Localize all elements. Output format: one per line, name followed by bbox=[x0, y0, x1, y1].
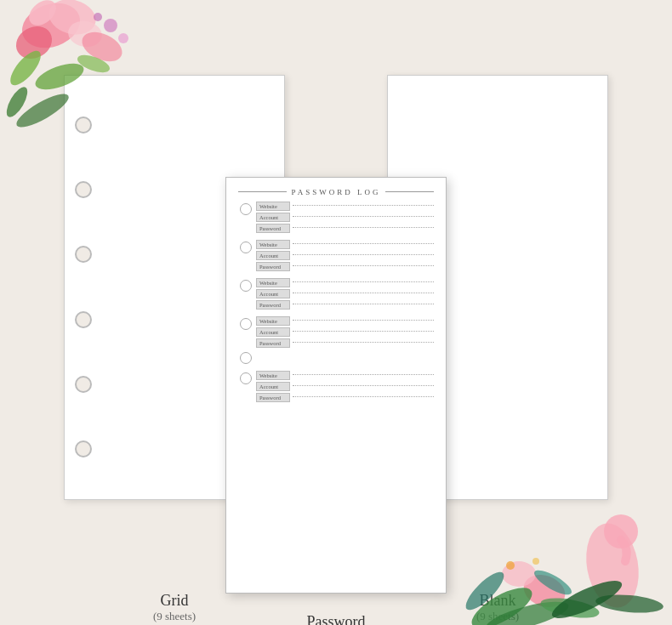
field-row-password-5: Password bbox=[256, 393, 434, 402]
field-label-account-5: Account bbox=[256, 382, 290, 391]
password-card-header: PASSWORD LOG bbox=[238, 188, 434, 196]
field-line-password-2 bbox=[293, 265, 434, 266]
field-label-account-1: Account bbox=[256, 213, 290, 222]
ring-hole-6 bbox=[75, 440, 92, 457]
field-row-password-2: Password bbox=[256, 262, 434, 271]
field-label-password-4: Password bbox=[256, 338, 290, 348]
entry-circle-5 bbox=[240, 372, 252, 384]
password-card: PASSWORD LOG Website Account bbox=[225, 177, 447, 594]
field-line-password-5 bbox=[293, 396, 434, 397]
ring-hole-3 bbox=[75, 246, 92, 263]
field-line-website-3 bbox=[293, 281, 434, 282]
field-line-account-3 bbox=[293, 293, 434, 293]
field-row-account-1: Account bbox=[256, 213, 434, 222]
entry-fields-2: Website Account Password bbox=[256, 240, 434, 271]
field-row-password-4: Password bbox=[256, 338, 434, 348]
password-log-title: PASSWORD LOG bbox=[292, 188, 381, 196]
password-card-label-area: Password (1 sheet) bbox=[251, 613, 421, 626]
entry-fields-3: Website Account Password bbox=[256, 278, 434, 310]
ring-hole-4 bbox=[75, 311, 92, 328]
field-row-account-5: Account bbox=[256, 382, 434, 391]
field-label-account-3: Account bbox=[256, 289, 290, 298]
field-row-account-4: Account bbox=[256, 327, 434, 337]
field-label-website-5: Website bbox=[256, 371, 290, 380]
field-row-account-3: Account bbox=[256, 289, 434, 298]
field-line-website-1 bbox=[293, 205, 434, 206]
header-line-right bbox=[385, 191, 434, 192]
field-label-account-2: Account bbox=[256, 251, 290, 260]
entry-row-2: Website Account Password bbox=[240, 240, 434, 271]
main-container: PASSWORD LOG Website Account bbox=[0, 0, 672, 625]
grid-ring-holes bbox=[75, 76, 92, 499]
field-label-website-4: Website bbox=[256, 316, 290, 326]
entry-fields-4: Website Account Password bbox=[256, 316, 434, 348]
field-line-password-1 bbox=[293, 227, 434, 228]
entry-circle-1 bbox=[240, 203, 252, 215]
field-line-account-1 bbox=[293, 216, 434, 217]
field-row-website-2: Website bbox=[256, 240, 434, 249]
ring-hole-2 bbox=[75, 181, 92, 198]
field-line-account-2 bbox=[293, 254, 434, 255]
grid-card-title: Grid bbox=[64, 592, 285, 610]
entry-fields-5: Website Account Password bbox=[256, 371, 434, 402]
field-label-account-4: Account bbox=[256, 327, 290, 337]
field-line-website-5 bbox=[293, 374, 434, 375]
header-line-left bbox=[238, 191, 287, 192]
entry-row-1: Website Account Password bbox=[240, 202, 434, 233]
field-label-password-2: Password bbox=[256, 262, 290, 271]
cards-area: PASSWORD LOG Website Account bbox=[47, 49, 625, 577]
field-row-website-4: Website bbox=[256, 316, 434, 326]
field-row-website-5: Website bbox=[256, 371, 434, 380]
blank-card-title: Blank bbox=[387, 592, 608, 610]
field-label-website-2: Website bbox=[256, 240, 290, 249]
field-row-website-1: Website bbox=[256, 202, 434, 211]
field-row-account-2: Account bbox=[256, 251, 434, 260]
field-line-password-3 bbox=[293, 304, 434, 304]
field-line-account-4 bbox=[293, 331, 434, 332]
field-label-password-1: Password bbox=[256, 224, 290, 233]
field-label-password-5: Password bbox=[256, 393, 290, 402]
field-line-account-5 bbox=[293, 385, 434, 386]
entry-row-3: Website Account Password bbox=[240, 278, 434, 310]
field-label-website-1: Website bbox=[256, 202, 290, 211]
entry-circle-4b bbox=[240, 352, 252, 364]
field-row-website-3: Website bbox=[256, 278, 434, 287]
field-label-password-3: Password bbox=[256, 300, 290, 310]
field-line-password-4 bbox=[293, 342, 434, 343]
password-entries: Website Account Password bbox=[240, 202, 434, 402]
ring-hole-5 bbox=[75, 376, 92, 393]
password-card-title: Password bbox=[251, 613, 421, 626]
entry-circle-3 bbox=[240, 280, 252, 292]
field-line-website-2 bbox=[293, 243, 434, 244]
entry-circle-4a bbox=[240, 318, 252, 330]
entry-circle-2 bbox=[240, 241, 252, 253]
entry-row-4: Website Account Password bbox=[240, 316, 434, 364]
entry-row-5: Website Account Password bbox=[240, 371, 434, 402]
field-row-password-3: Password bbox=[256, 300, 434, 310]
entry-fields-1: Website Account Password bbox=[256, 202, 434, 233]
field-label-website-3: Website bbox=[256, 278, 290, 287]
field-line-website-4 bbox=[293, 320, 434, 321]
ring-hole-1 bbox=[75, 116, 92, 134]
field-row-password-1: Password bbox=[256, 224, 434, 233]
